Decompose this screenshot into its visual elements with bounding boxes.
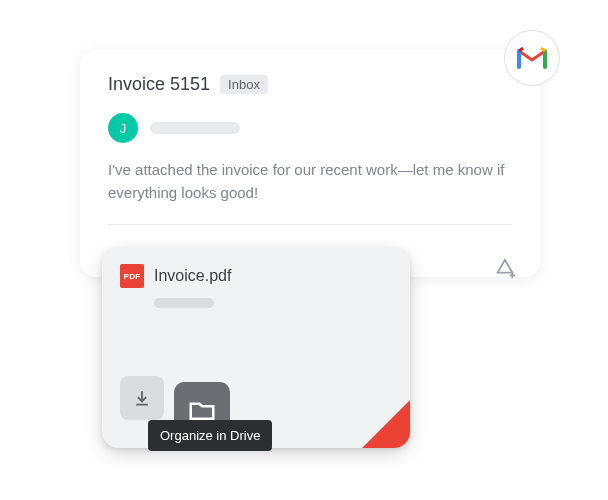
sender-row: J <box>108 113 512 143</box>
download-button[interactable] <box>120 376 164 420</box>
avatar[interactable]: J <box>108 113 138 143</box>
inbox-label[interactable]: Inbox <box>220 75 268 94</box>
add-to-drive-icon[interactable] <box>494 258 516 284</box>
gmail-icon <box>504 30 560 86</box>
sender-name-placeholder <box>150 122 240 134</box>
attachment-header: PDF Invoice.pdf <box>120 264 392 288</box>
organize-tooltip: Organize in Drive <box>148 420 272 451</box>
pdf-icon: PDF <box>120 264 144 288</box>
page-fold-icon <box>362 400 410 448</box>
attachment-card[interactable]: PDF Invoice.pdf <box>102 248 410 448</box>
subject-row: Invoice 5151 Inbox <box>108 74 512 95</box>
attachment-meta-placeholder <box>154 298 214 308</box>
divider <box>108 224 512 225</box>
attachment-filename: Invoice.pdf <box>154 267 231 285</box>
email-card: Invoice 5151 Inbox J I've attached the i… <box>80 50 540 277</box>
email-body: I've attached the invoice for our recent… <box>108 159 512 204</box>
email-subject: Invoice 5151 <box>108 74 210 95</box>
